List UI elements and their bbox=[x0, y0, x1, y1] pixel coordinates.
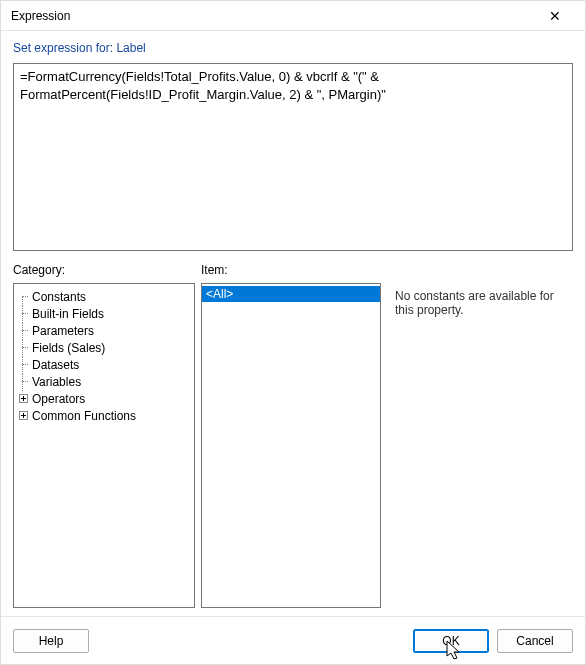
item-label: Item: bbox=[201, 263, 387, 277]
item-list-item[interactable]: <All> bbox=[202, 286, 380, 302]
columns: ConstantsBuilt-in FieldsParametersFields… bbox=[13, 283, 573, 608]
help-button[interactable]: Help bbox=[13, 629, 89, 653]
category-label: Category: bbox=[13, 263, 201, 277]
category-tree-item-label: Common Functions bbox=[32, 409, 136, 423]
expression-input[interactable]: =FormatCurrency(Fields!Total_Profits.Val… bbox=[13, 63, 573, 251]
category-tree-item[interactable]: Common Functions bbox=[16, 407, 192, 424]
category-tree[interactable]: ConstantsBuilt-in FieldsParametersFields… bbox=[13, 283, 195, 608]
expression-dialog: Expression ✕ Set expression for: Label =… bbox=[0, 0, 586, 665]
category-tree-item-label: Variables bbox=[32, 375, 81, 389]
tree-connector-icon bbox=[16, 324, 30, 338]
content-area: Set expression for: Label =FormatCurrenc… bbox=[1, 31, 585, 616]
category-tree-item-label: Constants bbox=[32, 290, 86, 304]
category-tree-item-label: Built-in Fields bbox=[32, 307, 104, 321]
item-list[interactable]: <All> bbox=[201, 283, 381, 608]
close-button[interactable]: ✕ bbox=[535, 2, 575, 30]
item-column: <All> bbox=[201, 283, 381, 608]
category-tree-item[interactable]: Operators bbox=[16, 390, 192, 407]
description-text: No constants are available for this prop… bbox=[387, 283, 573, 608]
expand-icon[interactable] bbox=[16, 409, 30, 423]
expand-icon[interactable] bbox=[16, 392, 30, 406]
window-title: Expression bbox=[11, 9, 70, 23]
description-column: No constants are available for this prop… bbox=[387, 283, 573, 608]
category-tree-item-label: Operators bbox=[32, 392, 85, 406]
footer: Help OK Cancel bbox=[1, 616, 585, 664]
tree-connector-icon bbox=[16, 290, 30, 304]
tree-connector-icon bbox=[16, 375, 30, 389]
item-list-item-label: <All> bbox=[206, 287, 233, 301]
tree-connector-icon bbox=[16, 341, 30, 355]
category-column: ConstantsBuilt-in FieldsParametersFields… bbox=[13, 283, 195, 608]
ok-button[interactable]: OK bbox=[413, 629, 489, 653]
set-expression-for-label: Set expression for: Label bbox=[13, 41, 573, 55]
tree-connector-icon bbox=[16, 358, 30, 372]
category-tree-item[interactable]: Parameters bbox=[16, 322, 192, 339]
columns-header: Category: Item: bbox=[13, 263, 573, 277]
cancel-button[interactable]: Cancel bbox=[497, 629, 573, 653]
category-tree-item-label: Datasets bbox=[32, 358, 79, 372]
close-icon: ✕ bbox=[549, 8, 561, 24]
tree-connector-icon bbox=[16, 307, 30, 321]
category-tree-item[interactable]: Constants bbox=[16, 288, 192, 305]
category-tree-item[interactable]: Fields (Sales) bbox=[16, 339, 192, 356]
titlebar: Expression ✕ bbox=[1, 1, 585, 31]
category-tree-item-label: Fields (Sales) bbox=[32, 341, 105, 355]
category-tree-item[interactable]: Variables bbox=[16, 373, 192, 390]
category-tree-item[interactable]: Built-in Fields bbox=[16, 305, 192, 322]
category-tree-item[interactable]: Datasets bbox=[16, 356, 192, 373]
category-tree-item-label: Parameters bbox=[32, 324, 94, 338]
